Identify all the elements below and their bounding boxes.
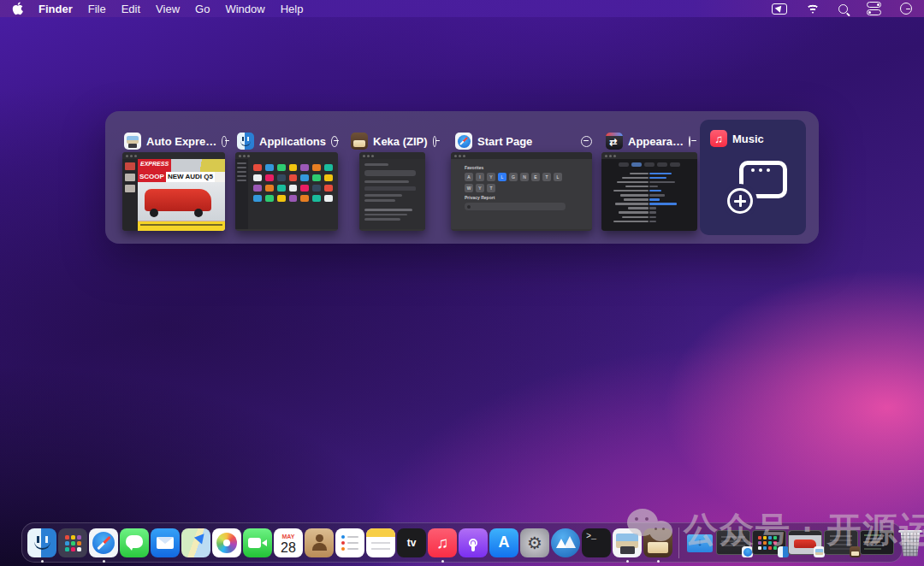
terminal-glyph: >_ xyxy=(586,532,596,541)
running-indicator xyxy=(657,560,660,563)
apple-menu-icon[interactable] xyxy=(12,2,23,15)
window-thumbnail-keka xyxy=(359,152,425,231)
menu-edit[interactable]: Edit xyxy=(121,3,140,15)
calendar-month: MAY xyxy=(282,534,295,540)
switcher-item-auto-express[interactable]: Auto Expre… EXPRESS SCOOPNEW AUDI Q5 xyxy=(124,133,227,150)
dock-tv-icon[interactable]: tv xyxy=(397,528,426,557)
dock-finder-icon[interactable] xyxy=(27,528,56,557)
control-center-icon[interactable] xyxy=(867,2,881,15)
switcher-item-label: Start Page xyxy=(477,135,532,148)
dock-appstore-icon[interactable]: A xyxy=(489,528,518,557)
dock-facetime-icon[interactable] xyxy=(243,528,272,557)
dock-mail-icon[interactable] xyxy=(151,528,180,557)
menu-window[interactable]: Window xyxy=(225,3,264,15)
alttab-app-icon xyxy=(606,133,623,150)
favorite-tile: E xyxy=(531,173,540,181)
switcher-item-keka[interactable]: Keka (ZIP) xyxy=(351,133,436,150)
menu-view[interactable]: View xyxy=(156,3,180,15)
privacy-report-label: Privacy Report xyxy=(465,195,592,200)
wifi-icon[interactable] xyxy=(806,3,820,14)
running-indicator xyxy=(626,560,629,563)
switcher-item-label: Keka (ZIP) xyxy=(373,135,428,148)
menu-file[interactable]: File xyxy=(88,3,106,15)
calendar-day: 28 xyxy=(281,540,296,555)
dock-calendar-icon[interactable]: MAY 28 xyxy=(274,528,303,557)
favorite-tile: T xyxy=(542,173,551,181)
close-window-button[interactable] xyxy=(433,136,436,147)
dock-maps-icon[interactable] xyxy=(181,528,210,557)
menu-go[interactable]: Go xyxy=(195,3,210,15)
close-window-button[interactable] xyxy=(581,136,592,147)
dock-system-preferences-icon[interactable]: ⚙ xyxy=(520,528,549,557)
switcher-item-label: Applications xyxy=(259,135,326,148)
magazine-headline-scoop: SCOOP xyxy=(138,172,166,182)
app-switcher-panel: Auto Expre… EXPRESS SCOOPNEW AUDI Q5 xyxy=(105,111,819,244)
favorites-label: Favorites xyxy=(465,165,592,170)
new-window-plus-icon xyxy=(727,161,787,214)
dock-minimized-window-finder[interactable] xyxy=(752,530,786,555)
dock-separator xyxy=(678,528,679,558)
favorite-tile: W xyxy=(465,184,473,192)
switcher-item-label: Appeara… xyxy=(628,135,684,148)
running-indicator xyxy=(103,560,105,563)
dock-launchpad-icon[interactable] xyxy=(58,528,87,557)
close-window-button[interactable] xyxy=(331,136,338,147)
switcher-item-label: Music xyxy=(732,133,764,145)
menu-status-area xyxy=(772,2,912,15)
running-indicator xyxy=(41,560,44,563)
privacy-report-bar xyxy=(465,203,566,210)
magazine-car-photo xyxy=(138,182,225,221)
music-note-glyph: ♫ xyxy=(436,534,448,552)
dock-minimized-window-preview[interactable] xyxy=(788,530,822,555)
dock-keka-icon[interactable] xyxy=(643,528,672,557)
safari-app-icon xyxy=(455,133,472,150)
dock-trash-icon[interactable] xyxy=(897,528,923,557)
dock-contacts-icon[interactable] xyxy=(305,528,334,557)
dock-minimized-window-code[interactable] xyxy=(860,530,894,555)
dock-messages-icon[interactable] xyxy=(120,528,149,557)
favorite-tile: T xyxy=(487,184,495,192)
switcher-item-start-page[interactable]: Start Page Favorites A I Y L G N E T xyxy=(455,133,592,150)
dock-downloads-folder-icon[interactable] xyxy=(685,528,714,557)
favorite-tile: Y xyxy=(476,184,484,192)
close-window-button[interactable] xyxy=(222,136,227,147)
switcher-item-appearance[interactable]: Appeara… xyxy=(606,133,684,150)
dock-music-icon[interactable]: ♫ xyxy=(428,528,457,557)
music-app-icon: ♫ xyxy=(710,130,727,147)
dock-notes-icon[interactable] xyxy=(366,528,395,557)
dock-podcasts-icon[interactable] xyxy=(459,528,488,557)
dock-reminders-icon[interactable] xyxy=(335,528,364,557)
dock-preview-icon[interactable] xyxy=(613,528,642,557)
menu-app-name[interactable]: Finder xyxy=(38,3,73,15)
desktop: Finder File Edit View Go Window Help Aut… xyxy=(0,0,924,566)
appstore-glyph: A xyxy=(499,534,510,551)
finder-app-icon xyxy=(237,133,254,150)
magazine-headline-audi: NEW AUDI Q5 xyxy=(166,172,215,182)
favorite-tile: I xyxy=(476,173,484,181)
window-thumbnail-appearance xyxy=(601,152,697,231)
favorite-tile: Y xyxy=(487,173,495,181)
running-indicator xyxy=(441,560,444,563)
dock-mountain-app-icon[interactable] xyxy=(551,528,580,557)
menu-bar: Finder File Edit View Go Window Help xyxy=(0,0,924,17)
window-thumbnail-start-page: Favorites A I Y L G N E T L W Y xyxy=(451,152,592,231)
menu-help[interactable]: Help xyxy=(281,3,304,15)
dock: MAY 28 tv ♫ A ⚙ >_ xyxy=(21,522,903,563)
favorite-tile: N xyxy=(520,173,529,181)
dock-minimized-window-keka[interactable] xyxy=(824,530,858,555)
clock-icon[interactable] xyxy=(900,3,912,15)
keka-app-icon xyxy=(351,133,368,150)
favorite-tile: L xyxy=(498,173,506,181)
magazine-masthead: EXPRESS xyxy=(138,159,171,172)
dock-photos-icon[interactable] xyxy=(212,528,241,557)
dock-terminal-icon[interactable]: >_ xyxy=(582,528,611,557)
close-window-button[interactable] xyxy=(689,136,690,147)
favorite-tile: L xyxy=(554,173,562,181)
screen-mirroring-icon[interactable] xyxy=(772,3,787,15)
dock-safari-icon[interactable] xyxy=(89,528,118,557)
spotlight-search-icon[interactable] xyxy=(838,4,848,14)
dock-minimized-window-safari[interactable] xyxy=(716,530,750,555)
switcher-item-music-selected[interactable]: ♫ Music xyxy=(700,120,806,235)
switcher-item-applications[interactable]: Applications xyxy=(237,133,338,150)
gear-glyph: ⚙ xyxy=(527,533,542,553)
